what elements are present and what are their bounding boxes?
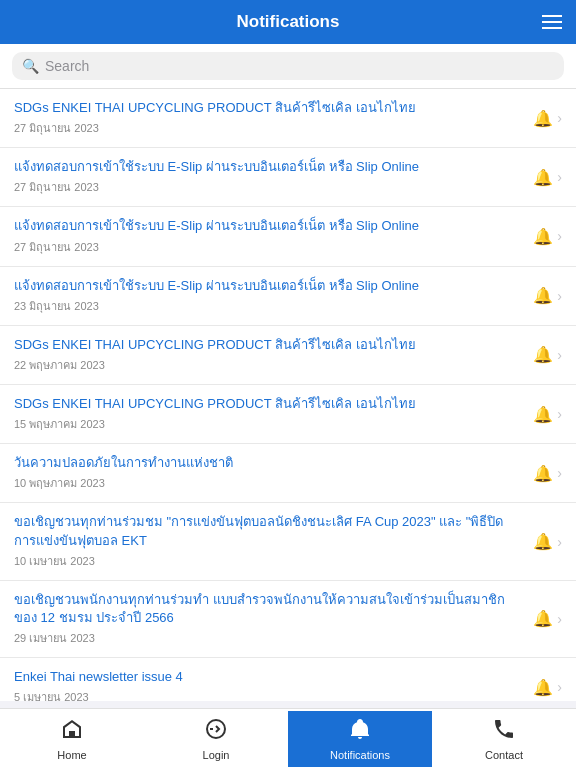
login-label: Login	[203, 749, 230, 761]
bell-icon: 🔔	[533, 109, 553, 128]
notification-date: 27 มิถุนายน 2023	[14, 178, 525, 196]
notification-action-icons: 🔔 ›	[533, 109, 562, 128]
notification-item[interactable]: แจ้งทดสอบการเข้าใช้ระบบ E-Slip ผ่านระบบอ…	[0, 267, 576, 326]
contact-icon	[492, 717, 516, 746]
notification-content: แจ้งทดสอบการเข้าใช้ระบบ E-Slip ผ่านระบบอ…	[14, 277, 533, 315]
notification-item[interactable]: แจ้งทดสอบการเข้าใช้ระบบ E-Slip ผ่านระบบอ…	[0, 207, 576, 266]
menu-button[interactable]	[542, 15, 562, 29]
notification-content: SDGs ENKEI THAI UPCYCLING PRODUCT สินค้า…	[14, 395, 533, 433]
chevron-right-icon: ›	[557, 679, 562, 695]
notification-date: 27 มิถุนายน 2023	[14, 119, 525, 137]
chevron-right-icon: ›	[557, 169, 562, 185]
search-input[interactable]: Search	[45, 58, 89, 74]
notification-title: แจ้งทดสอบการเข้าใช้ระบบ E-Slip ผ่านระบบอ…	[14, 217, 525, 235]
notification-title: Enkei Thai newsletter issue 4	[14, 668, 525, 686]
contact-label: Contact	[485, 749, 523, 761]
chevron-right-icon: ›	[557, 406, 562, 422]
notification-action-icons: 🔔 ›	[533, 609, 562, 628]
notifications-label: Notifications	[330, 749, 390, 761]
svg-point-1	[207, 720, 225, 738]
notification-action-icons: 🔔 ›	[533, 532, 562, 551]
notification-content: แจ้งทดสอบการเข้าใช้ระบบ E-Slip ผ่านระบบอ…	[14, 158, 533, 196]
bell-icon: 🔔	[533, 678, 553, 697]
notification-content: วันความปลอดภัยในการทำงานแห่งชาติ 10 พฤษภ…	[14, 454, 533, 492]
bell-icon: 🔔	[533, 168, 553, 187]
notification-date: 10 เมษายน 2023	[14, 552, 525, 570]
notification-content: SDGs ENKEI THAI UPCYCLING PRODUCT สินค้า…	[14, 336, 533, 374]
notification-date: 15 พฤษภาคม 2023	[14, 415, 525, 433]
home-label: Home	[57, 749, 86, 761]
svg-rect-0	[69, 731, 75, 737]
notification-content: ขอเชิญชวนพนักงานทุกท่านร่วมทำ แบบสำรวจพน…	[14, 591, 533, 647]
notification-title: SDGs ENKEI THAI UPCYCLING PRODUCT สินค้า…	[14, 99, 525, 117]
notification-action-icons: 🔔 ›	[533, 405, 562, 424]
hamburger-line-2	[542, 21, 562, 23]
notification-item[interactable]: ขอเชิญชวนพนักงานทุกท่านร่วมทำ แบบสำรวจพน…	[0, 581, 576, 658]
notification-item[interactable]: แจ้งทดสอบการเข้าใช้ระบบ E-Slip ผ่านระบบอ…	[0, 148, 576, 207]
notification-action-icons: 🔔 ›	[533, 286, 562, 305]
home-icon	[60, 717, 84, 746]
search-box[interactable]: 🔍 Search	[12, 52, 564, 80]
chevron-right-icon: ›	[557, 110, 562, 126]
notification-item[interactable]: SDGs ENKEI THAI UPCYCLING PRODUCT สินค้า…	[0, 326, 576, 385]
notification-date: 10 พฤษภาคม 2023	[14, 474, 525, 492]
notifications-icon	[348, 717, 372, 746]
notification-date: 23 มิถุนายน 2023	[14, 297, 525, 315]
hamburger-line-1	[542, 15, 562, 17]
notification-title: วันความปลอดภัยในการทำงานแห่งชาติ	[14, 454, 525, 472]
search-container: 🔍 Search	[0, 44, 576, 89]
chevron-right-icon: ›	[557, 534, 562, 550]
notification-title: แจ้งทดสอบการเข้าใช้ระบบ E-Slip ผ่านระบบอ…	[14, 158, 525, 176]
chevron-right-icon: ›	[557, 228, 562, 244]
notification-item[interactable]: วันความปลอดภัยในการทำงานแห่งชาติ 10 พฤษภ…	[0, 444, 576, 503]
notification-date: 29 เมษายน 2023	[14, 629, 525, 647]
nav-item-login[interactable]: Login	[144, 711, 288, 767]
notification-date: 22 พฤษภาคม 2023	[14, 356, 525, 374]
chevron-right-icon: ›	[557, 347, 562, 363]
bell-icon: 🔔	[533, 286, 553, 305]
login-icon	[204, 717, 228, 746]
bell-icon: 🔔	[533, 609, 553, 628]
search-icon: 🔍	[22, 58, 39, 74]
notification-item[interactable]: SDGs ENKEI THAI UPCYCLING PRODUCT สินค้า…	[0, 89, 576, 148]
notification-content: ขอเชิญชวนทุกท่านร่วมชม "การแข่งขันฟุตบอล…	[14, 513, 533, 569]
notification-date: 27 มิถุนายน 2023	[14, 238, 525, 256]
notification-title: SDGs ENKEI THAI UPCYCLING PRODUCT สินค้า…	[14, 395, 525, 413]
nav-item-home[interactable]: Home	[0, 711, 144, 767]
notification-item[interactable]: ขอเชิญชวนทุกท่านร่วมชม "การแข่งขันฟุตบอล…	[0, 503, 576, 580]
hamburger-line-3	[542, 27, 562, 29]
notification-date: 5 เมษายน 2023	[14, 688, 525, 701]
notification-action-icons: 🔔 ›	[533, 168, 562, 187]
bell-icon: 🔔	[533, 227, 553, 246]
notification-action-icons: 🔔 ›	[533, 345, 562, 364]
notification-content: SDGs ENKEI THAI UPCYCLING PRODUCT สินค้า…	[14, 99, 533, 137]
bottom-navigation: Home Login Notifications Contact	[0, 708, 576, 768]
notification-item[interactable]: Enkei Thai newsletter issue 4 5 เมษายน 2…	[0, 658, 576, 701]
notification-action-icons: 🔔 ›	[533, 227, 562, 246]
notification-item[interactable]: SDGs ENKEI THAI UPCYCLING PRODUCT สินค้า…	[0, 385, 576, 444]
notification-list: SDGs ENKEI THAI UPCYCLING PRODUCT สินค้า…	[0, 89, 576, 701]
bell-icon: 🔔	[533, 464, 553, 483]
bell-icon: 🔔	[533, 532, 553, 551]
notification-action-icons: 🔔 ›	[533, 678, 562, 697]
chevron-right-icon: ›	[557, 465, 562, 481]
app-header: Notifications	[0, 0, 576, 44]
notification-title: ขอเชิญชวนพนักงานทุกท่านร่วมทำ แบบสำรวจพน…	[14, 591, 525, 627]
chevron-right-icon: ›	[557, 611, 562, 627]
notification-title: SDGs ENKEI THAI UPCYCLING PRODUCT สินค้า…	[14, 336, 525, 354]
notification-title: แจ้งทดสอบการเข้าใช้ระบบ E-Slip ผ่านระบบอ…	[14, 277, 525, 295]
nav-item-contact[interactable]: Contact	[432, 711, 576, 767]
nav-item-notifications[interactable]: Notifications	[288, 711, 432, 767]
notification-action-icons: 🔔 ›	[533, 464, 562, 483]
notification-content: แจ้งทดสอบการเข้าใช้ระบบ E-Slip ผ่านระบบอ…	[14, 217, 533, 255]
bell-icon: 🔔	[533, 405, 553, 424]
header-title: Notifications	[237, 12, 340, 32]
chevron-right-icon: ›	[557, 288, 562, 304]
notification-content: Enkei Thai newsletter issue 4 5 เมษายน 2…	[14, 668, 533, 701]
bell-icon: 🔔	[533, 345, 553, 364]
notification-title: ขอเชิญชวนทุกท่านร่วมชม "การแข่งขันฟุตบอล…	[14, 513, 525, 549]
